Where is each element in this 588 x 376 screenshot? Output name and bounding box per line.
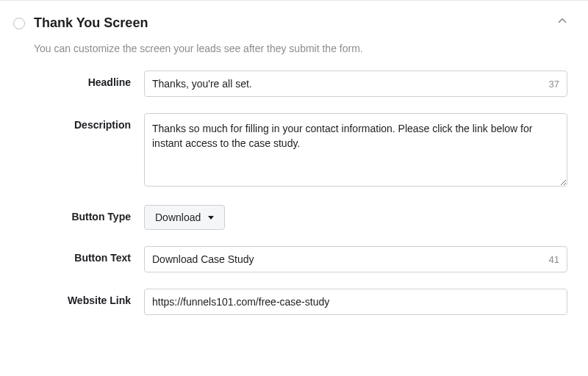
row-headline: Headline 37 bbox=[13, 70, 567, 97]
button-type-selected: Download bbox=[155, 212, 201, 223]
thank-you-screen-panel: Thank You Screen You can customize the s… bbox=[0, 0, 588, 376]
headline-input-wrap: 37 bbox=[144, 70, 567, 97]
caret-down-icon bbox=[208, 216, 214, 220]
chevron-up-icon bbox=[556, 14, 569, 27]
website-link-input[interactable] bbox=[152, 296, 559, 308]
label-button-text: Button Text bbox=[13, 246, 144, 264]
row-button-text: Button Text 41 bbox=[13, 246, 567, 272]
label-website-link: Website Link bbox=[13, 289, 144, 306]
section-radio[interactable] bbox=[13, 18, 25, 29]
collapse-toggle[interactable] bbox=[556, 14, 569, 27]
section-title: Thank You Screen bbox=[34, 15, 148, 31]
row-button-type: Button Type Download bbox=[13, 205, 567, 230]
label-description: Description bbox=[13, 113, 144, 131]
description-textarea[interactable] bbox=[144, 113, 567, 187]
website-link-input-wrap bbox=[144, 289, 567, 315]
row-description: Description bbox=[13, 113, 567, 189]
button-text-input[interactable] bbox=[152, 253, 543, 265]
section-subtitle: You can customize the screen your leads … bbox=[34, 43, 567, 54]
panel-header: Thank You Screen bbox=[13, 15, 567, 31]
headline-input[interactable] bbox=[152, 78, 543, 90]
button-text-counter: 41 bbox=[543, 254, 559, 265]
headline-counter: 37 bbox=[543, 79, 559, 90]
button-type-dropdown[interactable]: Download bbox=[144, 205, 225, 230]
button-text-input-wrap: 41 bbox=[144, 246, 567, 272]
row-website-link: Website Link bbox=[13, 289, 567, 315]
label-button-type: Button Type bbox=[13, 205, 144, 223]
label-headline: Headline bbox=[13, 70, 144, 88]
